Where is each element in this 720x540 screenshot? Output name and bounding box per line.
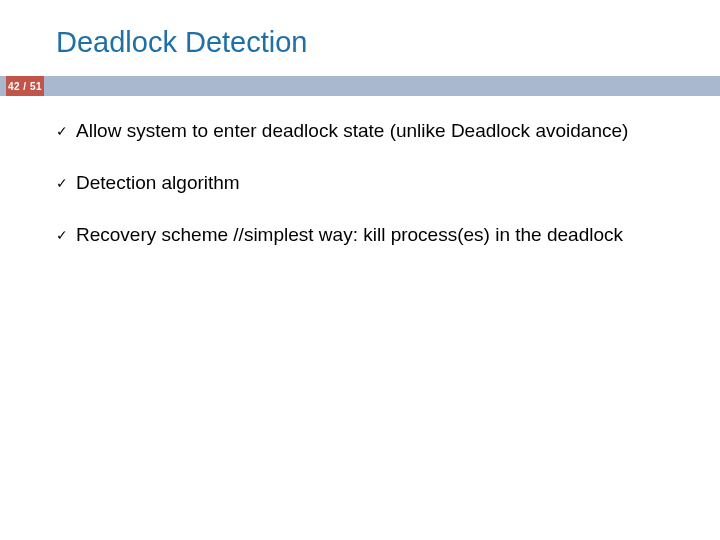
content-area: ✓ Allow system to enter deadlock state (… [56, 118, 700, 274]
divider-bar [0, 76, 720, 96]
bullet-text: Allow system to enter deadlock state (un… [76, 118, 700, 144]
list-item: ✓ Allow system to enter deadlock state (… [56, 118, 700, 144]
slide: Deadlock Detection 42 / 51 ✓ Allow syste… [0, 0, 720, 540]
list-item: ✓ Detection algorithm [56, 170, 700, 196]
check-icon: ✓ [56, 118, 76, 144]
bullet-text: Detection algorithm [76, 170, 700, 196]
slide-title: Deadlock Detection [56, 26, 307, 59]
bullet-text: Recovery scheme //simplest way: kill pro… [76, 222, 700, 248]
check-icon: ✓ [56, 170, 76, 196]
list-item: ✓ Recovery scheme //simplest way: kill p… [56, 222, 700, 248]
check-icon: ✓ [56, 222, 76, 248]
page-number-badge: 42 / 51 [6, 76, 44, 96]
